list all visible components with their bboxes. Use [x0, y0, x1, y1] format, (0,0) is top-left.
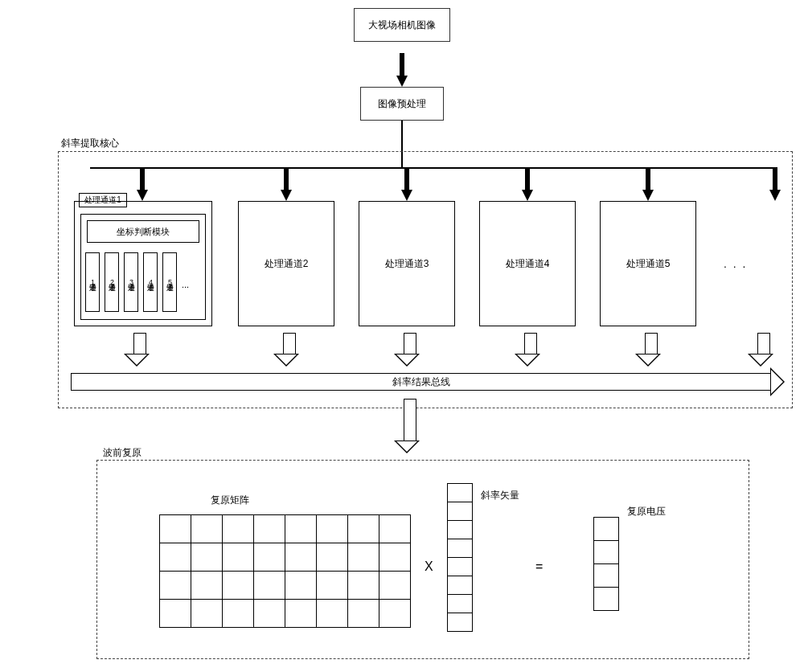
- subchannel-2: 子通道2: [105, 252, 119, 312]
- distribution-line: [90, 167, 775, 169]
- subchannel-dots: ...: [182, 280, 189, 289]
- hollow-arrow-ch5: [642, 333, 661, 367]
- multiply-symbol: X: [425, 559, 433, 574]
- matrix-label: 复原矩阵: [211, 494, 249, 507]
- slope-vector: [447, 484, 473, 632]
- channel-dots: . . .: [724, 257, 747, 270]
- hollow-arrow-ch2: [280, 333, 299, 367]
- hollow-arrow-bus-to-wavefront: [400, 399, 420, 453]
- restoration-voltage: [593, 518, 619, 611]
- channel-3-box: 处理通道3: [359, 201, 455, 326]
- camera-image-box: 大视场相机图像: [354, 8, 450, 42]
- bus-label: 斜率结果总线: [392, 375, 450, 389]
- slope-result-bus: 斜率结果总线: [71, 373, 785, 391]
- channel-5-box: 处理通道5: [600, 201, 696, 326]
- equals-symbol: =: [535, 559, 543, 574]
- coord-judge-module: 坐标判断模块: [87, 220, 199, 243]
- hollow-arrow-ch1: [130, 333, 150, 367]
- restoration-matrix: [159, 514, 410, 627]
- hollow-arrow-ch4: [521, 333, 540, 367]
- hollow-arrow-ch3: [400, 333, 420, 367]
- channel-2-box: 处理通道2: [238, 201, 334, 326]
- arrow-camera-to-preprocess: [396, 76, 408, 87]
- subchannel-3: 子通道3: [124, 252, 138, 312]
- slope-vector-label: 斜率矢量: [481, 489, 519, 502]
- subchannel-1: 子通道1: [85, 252, 100, 312]
- channel-4-box: 处理通道4: [479, 201, 576, 326]
- wavefront-title: 波前复原: [103, 446, 142, 460]
- subchannel-5: 子通道5: [162, 252, 177, 312]
- hollow-arrow-ch-dots: [754, 333, 773, 367]
- preprocess-box: 图像预处理: [360, 87, 444, 121]
- voltage-label: 复原电压: [627, 505, 666, 518]
- slope-core-title: 斜率提取核心: [61, 137, 119, 150]
- subchannel-4: 子通道4: [143, 252, 158, 312]
